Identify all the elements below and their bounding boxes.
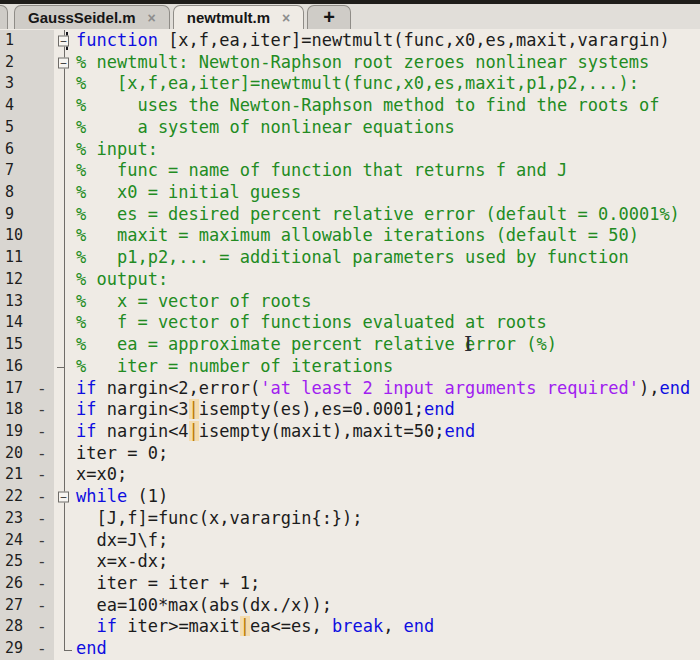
line-number[interactable]: 14: [0, 312, 35, 334]
breakpoint-dash[interactable]: [35, 225, 54, 247]
code-line[interactable]: if nargin<2,error('at least 2 input argu…: [76, 378, 700, 400]
line-number[interactable]: 12: [0, 269, 35, 291]
code-line[interactable]: dx=J\f;: [76, 530, 700, 552]
breakpoint-dash[interactable]: [35, 247, 54, 269]
line-number[interactable]: 9: [0, 204, 35, 226]
line-number[interactable]: 2: [0, 52, 35, 74]
code-line[interactable]: iter = 0;: [76, 443, 700, 465]
fold-marker[interactable]: [54, 225, 76, 247]
line-number[interactable]: 4: [0, 95, 35, 117]
fold-marker[interactable]: [54, 204, 76, 226]
code-line[interactable]: % iter = number of iterations: [76, 356, 700, 378]
code-line[interactable]: % [x,f,ea,iter]=newtmult(func,x0,es,maxi…: [76, 73, 700, 95]
code-line[interactable]: % es = desired percent relative error (d…: [76, 204, 700, 226]
code-line[interactable]: while (1): [76, 486, 700, 508]
code-line[interactable]: % a system of nonlinear equations: [76, 117, 700, 139]
line-number[interactable]: 21: [0, 464, 35, 486]
fold-collapse-icon[interactable]: −: [58, 491, 69, 502]
fold-collapse-icon[interactable]: −: [58, 35, 69, 46]
breakpoint-dash[interactable]: -: [35, 616, 54, 638]
fold-marker[interactable]: [54, 530, 76, 552]
line-number[interactable]: 20: [0, 443, 35, 465]
code-line[interactable]: % x = vector of roots: [76, 291, 700, 313]
breakpoint-dash[interactable]: -: [35, 378, 54, 400]
code-line[interactable]: % output:: [76, 269, 700, 291]
tab-newtmult-m[interactable]: newtmult.m ×: [173, 5, 305, 29]
fold-marker[interactable]: [54, 616, 76, 638]
fold-marker[interactable]: [54, 399, 76, 421]
breakpoint-dash[interactable]: [35, 291, 54, 313]
code-line[interactable]: % p1,p2,... = additional parameters used…: [76, 247, 700, 269]
line-number[interactable]: 6: [0, 139, 35, 161]
line-number[interactable]: 5: [0, 117, 35, 139]
code-line[interactable]: % ea = approximate percent relative erro…: [76, 334, 700, 356]
line-number[interactable]: 22: [0, 486, 35, 508]
line-number[interactable]: 28: [0, 616, 35, 638]
line-number[interactable]: 10: [0, 225, 35, 247]
breakpoint-dash[interactable]: -: [35, 573, 54, 595]
code-line[interactable]: if nargin<4|isempty(maxit),maxit=50;end: [76, 421, 700, 443]
close-tab-icon[interactable]: ×: [282, 10, 290, 26]
breakpoint-dash[interactable]: -: [35, 443, 54, 465]
code-line[interactable]: ea=100*max(abs(dx./x));: [76, 595, 700, 617]
breakpoint-dash[interactable]: [35, 117, 54, 139]
code-line[interactable]: % x0 = initial guess: [76, 182, 700, 204]
fold-marker[interactable]: −: [54, 486, 76, 508]
line-number[interactable]: 7: [0, 160, 35, 182]
fold-collapse-icon[interactable]: −: [58, 57, 69, 68]
fold-marker[interactable]: [54, 160, 76, 182]
code-line[interactable]: % uses the Newton-Raphson method to find…: [76, 95, 700, 117]
fold-marker[interactable]: [54, 464, 76, 486]
line-number[interactable]: 25: [0, 551, 35, 573]
fold-marker[interactable]: −: [54, 30, 76, 52]
fold-marker[interactable]: [54, 334, 76, 356]
line-number[interactable]: 8: [0, 182, 35, 204]
code-line[interactable]: x=x-dx;: [76, 551, 700, 573]
breakpoint-dash[interactable]: -: [35, 486, 54, 508]
line-number[interactable]: 13: [0, 291, 35, 313]
fold-marker[interactable]: [54, 443, 76, 465]
fold-marker[interactable]: [54, 595, 76, 617]
line-number[interactable]: 1: [0, 30, 35, 52]
line-number[interactable]: 26: [0, 573, 35, 595]
fold-marker[interactable]: [54, 312, 76, 334]
breakpoint-dash[interactable]: -: [35, 595, 54, 617]
line-number[interactable]: 16: [0, 356, 35, 378]
code-line[interactable]: % newtmult: Newton-Raphson root zeroes n…: [76, 52, 700, 74]
line-number[interactable]: 29: [0, 638, 35, 660]
breakpoint-dash[interactable]: -: [35, 551, 54, 573]
breakpoint-dash[interactable]: -: [35, 530, 54, 552]
fold-marker[interactable]: [54, 95, 76, 117]
line-number[interactable]: 19: [0, 421, 35, 443]
code-line[interactable]: if nargin<3|isempty(es),es=0.0001;end: [76, 399, 700, 421]
breakpoint-dash[interactable]: -: [35, 464, 54, 486]
breakpoint-dash[interactable]: [35, 312, 54, 334]
fold-marker[interactable]: [54, 551, 76, 573]
code-line[interactable]: % maxit = maximum allowable iterations (…: [76, 225, 700, 247]
fold-marker[interactable]: [54, 573, 76, 595]
new-tab-button[interactable]: +: [307, 5, 351, 29]
breakpoint-dash[interactable]: [35, 269, 54, 291]
code-line[interactable]: [J,f]=func(x,varargin{:});: [76, 508, 700, 530]
line-number[interactable]: 27: [0, 595, 35, 617]
breakpoint-dash[interactable]: [35, 182, 54, 204]
breakpoint-dash[interactable]: [35, 356, 54, 378]
breakpoint-dash[interactable]: [35, 160, 54, 182]
code-line[interactable]: end: [76, 638, 700, 660]
breakpoint-dash[interactable]: -: [35, 638, 54, 660]
line-number[interactable]: 15: [0, 334, 35, 356]
code-line[interactable]: % func = name of function that returns f…: [76, 160, 700, 182]
fold-marker[interactable]: [54, 139, 76, 161]
tab-gaussseidel-m[interactable]: GaussSeidel.m ×: [14, 5, 170, 29]
fold-marker[interactable]: [54, 247, 76, 269]
fold-marker[interactable]: [54, 182, 76, 204]
line-number[interactable]: 18: [0, 399, 35, 421]
breakpoint-dash[interactable]: -: [35, 399, 54, 421]
code-line[interactable]: x=x0;: [76, 464, 700, 486]
fold-marker[interactable]: [54, 421, 76, 443]
line-number[interactable]: 24: [0, 530, 35, 552]
code-line[interactable]: iter = iter + 1;: [76, 573, 700, 595]
fold-marker[interactable]: [54, 508, 76, 530]
breakpoint-dash[interactable]: [35, 204, 54, 226]
fold-marker[interactable]: [54, 269, 76, 291]
